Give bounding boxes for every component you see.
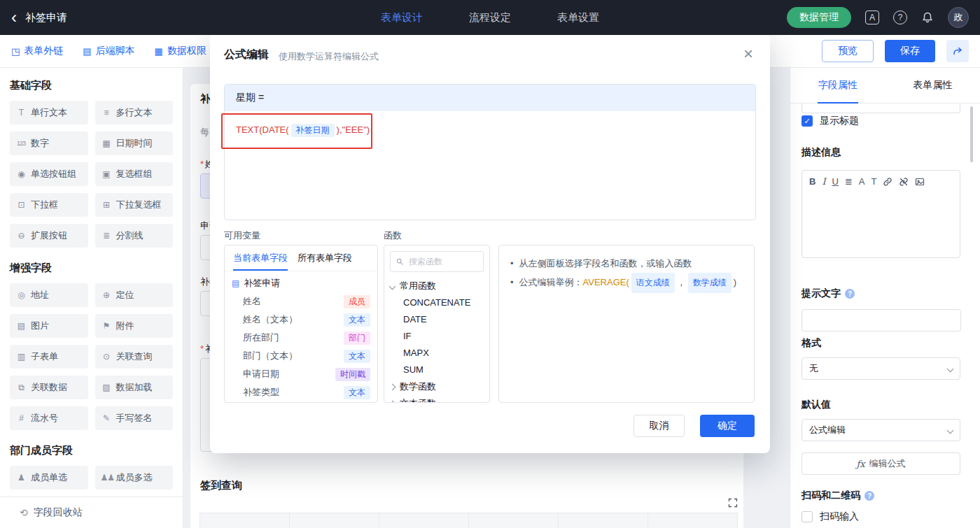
function-search-input[interactable] [407, 256, 477, 267]
sidebar-item-location[interactable]: ⊕定位 [95, 283, 174, 307]
toolbar-actions: 预览 保存 [822, 40, 969, 62]
bold-icon[interactable]: B [809, 176, 816, 187]
cancel-button[interactable]: 取消 [634, 415, 685, 437]
form-node[interactable]: ▤ 补签申请 [225, 274, 377, 292]
sidebar-item-serial-number[interactable]: #流水号 [10, 406, 88, 430]
external-link-icon: ◳ [11, 46, 20, 57]
formula-expression[interactable]: TEXT(DATE(补签日期),"EEE") [225, 111, 755, 150]
nav-tab-form-design[interactable]: 表单设计 [381, 11, 423, 24]
chevron-down-icon [389, 283, 396, 290]
radio-icon: ◉ [15, 169, 27, 179]
panel-scrollbar[interactable] [970, 106, 973, 162]
share-button[interactable] [946, 40, 969, 62]
nav-tab-flow-settings[interactable]: 流程设定 [469, 11, 511, 24]
variable-row[interactable]: 补签类型文本 [225, 383, 377, 401]
form-external-link[interactable]: ◳ 表单外链 [11, 45, 63, 57]
sidebar-item-subform[interactable]: ▥子表单 [10, 345, 88, 369]
tab-form-properties[interactable]: 表单属性 [886, 68, 980, 103]
member-multi-icon: ♟♟ [101, 473, 112, 483]
default-value-select[interactable]: 公式编辑 [802, 419, 960, 441]
sidebar-item-extend-button[interactable]: ⊖扩展按钮 [10, 224, 88, 248]
function-group-common[interactable]: 常用函数 [384, 278, 489, 294]
sidebar-item-datetime[interactable]: ▦日期时间 [95, 131, 174, 155]
richtext-toolbar: B I U ≣ A T [802, 171, 960, 192]
sidebar-item-data-load[interactable]: ▨数据加载 [95, 376, 174, 399]
variable-row[interactable]: 姓名（文本）文本 [225, 311, 377, 329]
variable-row[interactable]: 姓名成员 [225, 292, 377, 311]
close-icon[interactable]: × [743, 42, 753, 66]
sidebar-item-member-single[interactable]: ♟成员单选 [10, 466, 88, 490]
italic-icon[interactable]: I [822, 176, 825, 187]
function-group-text[interactable]: 文本函数 [384, 395, 489, 403]
show-title-checkbox[interactable]: ✓ 显示标题 [802, 115, 859, 127]
data-permission-link[interactable]: ▦ 数据权限 [155, 45, 206, 57]
table-header-cell [648, 513, 738, 528]
function-item[interactable]: CONCATENATE [384, 294, 489, 311]
help-icon[interactable]: ? [893, 10, 907, 24]
sidebar-item-single-line-text[interactable]: T单行文本 [10, 101, 88, 124]
format-select[interactable]: 无 [802, 357, 960, 380]
sidebar-item-address[interactable]: ◎地址 [10, 283, 88, 307]
function-item[interactable]: SUM [384, 362, 489, 378]
fullscreen-icon[interactable] [728, 498, 738, 511]
sidebar-item-member-multi[interactable]: ♟♟成员多选 [95, 466, 174, 490]
variable-chip[interactable]: 补签日期 [291, 124, 335, 137]
function-item[interactable]: MAPX [384, 345, 489, 362]
sidebar-item-number[interactable]: 123数字 [10, 131, 88, 155]
back-icon[interactable]: ‹ [11, 9, 17, 26]
save-button[interactable]: 保存 [885, 40, 935, 62]
tab-current-form-fields[interactable]: 当前表单字段 [233, 245, 288, 271]
member-single-icon: ♟ [15, 473, 27, 483]
function-item[interactable]: IF [384, 328, 489, 345]
bell-icon[interactable] [921, 11, 934, 24]
function-item[interactable]: DATE [384, 311, 489, 328]
avatar[interactable]: 政 [948, 7, 969, 28]
edit-formula-button[interactable]: ƒx 编辑公式 [802, 452, 960, 475]
sidebar-item-attachment[interactable]: ⚑附件 [95, 314, 174, 338]
backend-script-link[interactable]: ▤ 后端脚本 [83, 45, 134, 57]
preview-button[interactable]: 预览 [822, 40, 874, 62]
function-search[interactable] [390, 251, 484, 272]
sidebar-item-signature[interactable]: ✎手写签名 [95, 406, 174, 430]
table-header-cell [289, 513, 379, 528]
variable-row[interactable]: 申请日期时间戳 [225, 365, 377, 383]
tab-all-form-fields[interactable]: 所有表单字段 [298, 245, 352, 271]
dropdown-multi-icon: ⊞ [101, 200, 112, 210]
example-variable-chip: 数学成绩 [688, 273, 732, 293]
field-recycle-bin[interactable]: ⟲ 字段回收站 [0, 497, 183, 528]
extend-button-icon: ⊖ [15, 231, 27, 241]
confirm-button[interactable]: 确定 [700, 415, 755, 437]
link-icon[interactable] [883, 177, 892, 187]
variables-panel: 当前表单字段 所有表单字段 ▤ 补签申请 姓名成员 姓名（文本）文本 所在部门部… [224, 245, 378, 403]
variable-row[interactable]: 所在部门部门 [225, 329, 377, 347]
function-group-math[interactable]: 数学函数 [384, 378, 489, 395]
formula-editor[interactable]: 星期 = TEXT(DATE(补签日期),"EEE") [224, 84, 756, 220]
sidebar-item-image[interactable]: ▤图片 [10, 314, 88, 338]
sidebar-item-linked-data[interactable]: ⧉关联数据 [10, 376, 88, 399]
underline-icon[interactable]: U [832, 176, 839, 187]
language-icon[interactable]: A [865, 10, 879, 24]
sidebar-item-lookup-query[interactable]: ⊙关联查询 [95, 345, 174, 369]
section-title-basic-fields: 基础字段 [10, 79, 173, 92]
hint-text-input[interactable] [802, 309, 961, 331]
sidebar-item-divider[interactable]: ≣分割线 [95, 224, 174, 248]
unlink-icon[interactable] [899, 177, 909, 187]
type-badge: 时间戳 [335, 368, 370, 381]
sidebar-item-checkbox-group[interactable]: ▣复选框组 [95, 162, 174, 186]
hint-help-icon[interactable]: ? [845, 289, 855, 299]
data-manage-button[interactable]: 数据管理 [787, 7, 851, 28]
sidebar-item-select[interactable]: ⊡下拉框 [10, 193, 88, 217]
tab-field-properties[interactable]: 字段属性 [790, 68, 886, 103]
variable-row[interactable]: 部门（文本）文本 [225, 347, 377, 365]
scan-help-icon[interactable]: ? [864, 491, 874, 501]
scan-input-checkbox[interactable]: 扫码输入 [802, 511, 859, 523]
font-color-icon[interactable]: A [859, 176, 865, 187]
align-icon[interactable]: ≣ [845, 176, 853, 187]
font-size-icon[interactable]: T [872, 176, 877, 187]
nav-tab-form-settings[interactable]: 表单设置 [557, 11, 599, 24]
sidebar-item-multi-line-text[interactable]: ≡多行文本 [95, 101, 174, 124]
description-editor[interactable]: B I U ≣ A T [802, 170, 960, 258]
sidebar-item-multi-select[interactable]: ⊞下拉复选框 [95, 193, 174, 217]
sidebar-item-radio-group[interactable]: ◉单选按钮组 [10, 162, 88, 186]
insert-image-icon[interactable] [915, 177, 925, 187]
